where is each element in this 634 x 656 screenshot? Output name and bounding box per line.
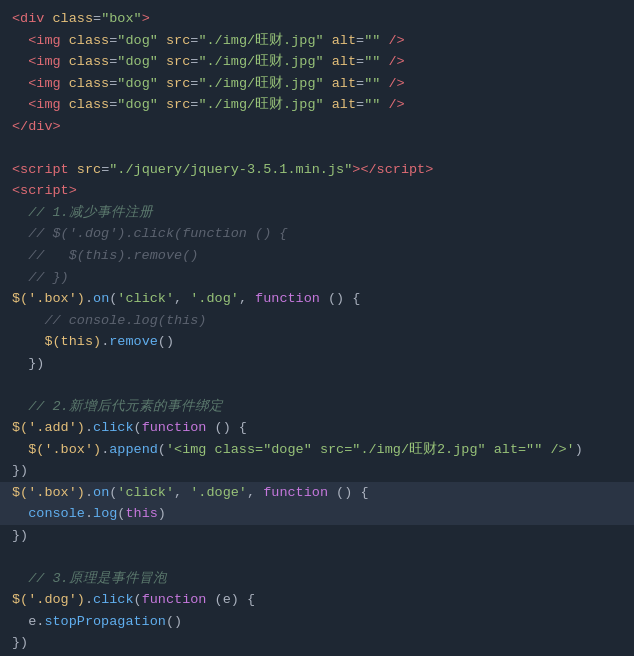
code-line: })	[0, 460, 634, 482]
code-line: $(this).remove()	[0, 331, 634, 353]
blank-line	[0, 547, 634, 568]
code-line: })	[0, 525, 634, 547]
code-line: // 2.新增后代元素的事件绑定	[0, 396, 634, 418]
tag-open: <div	[12, 8, 53, 30]
code-line: $('.add').click(function () {	[0, 417, 634, 439]
code-line: <script>	[0, 180, 634, 202]
code-line: <img class="dog" src="./img/旺财.jpg" alt=…	[0, 51, 634, 73]
code-line: console.log(this)	[0, 503, 634, 525]
code-line: // $('.dog').click(function () {	[0, 223, 634, 245]
code-line: })	[0, 353, 634, 375]
code-line: // $(this).remove()	[0, 245, 634, 267]
code-line: $('.box').on('click', '.doge', function …	[0, 482, 634, 504]
code-line: // 1.减少事件注册	[0, 202, 634, 224]
code-line: // 3.原理是事件冒泡	[0, 568, 634, 590]
code-line: $('.box').append('<img class="doge" src=…	[0, 439, 634, 461]
code-line: <img class="dog" src="./img/旺财.jpg" alt=…	[0, 30, 634, 52]
code-line: <div class="box">	[0, 8, 634, 30]
code-line: // })	[0, 267, 634, 289]
code-line: <script src="./jquery/jquery-3.5.1.min.j…	[0, 159, 634, 181]
code-line: e.stopPropagation()	[0, 611, 634, 633]
blank-line	[0, 138, 634, 159]
code-line: <img class="dog" src="./img/旺财.jpg" alt=…	[0, 94, 634, 116]
code-line: $('.box').on('click', '.dog', function (…	[0, 288, 634, 310]
code-editor: <div class="box"> <img class="dog" src="…	[0, 0, 634, 656]
code-line: </div>	[0, 116, 634, 138]
code-line: // console.log(this)	[0, 310, 634, 332]
blank-line	[0, 375, 634, 396]
code-line: $('.dog').click(function (e) {	[0, 589, 634, 611]
code-line: <img class="dog" src="./img/旺财.jpg" alt=…	[0, 73, 634, 95]
code-line: })	[0, 632, 634, 654]
